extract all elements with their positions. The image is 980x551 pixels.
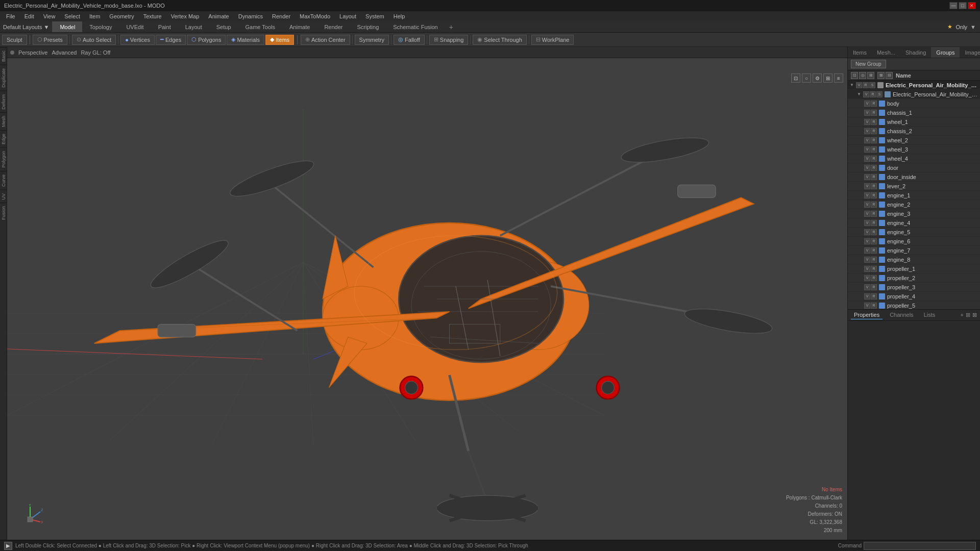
vis-v-engine_2[interactable]: V bbox=[864, 202, 870, 208]
vis-r-propeller_3[interactable]: R bbox=[871, 284, 877, 290]
canvas-area[interactable]: No Items Polygons : Catmull-Clark Channe… bbox=[7, 58, 847, 540]
col-icon-5[interactable]: ⊟ bbox=[886, 72, 893, 79]
presets-button[interactable]: ⬡ Presets bbox=[33, 35, 67, 45]
command-input[interactable] bbox=[864, 542, 976, 550]
menu-view[interactable]: View bbox=[39, 12, 60, 20]
menu-edit[interactable]: Edit bbox=[20, 12, 38, 20]
vis-v-door[interactable]: V bbox=[864, 165, 870, 171]
list-item[interactable]: V R engine_5 bbox=[848, 228, 980, 237]
group-arrow-inner[interactable]: ▼ bbox=[857, 92, 863, 96]
list-item[interactable]: V R engine_6 bbox=[848, 237, 980, 246]
rp-tab-items[interactable]: Items bbox=[848, 47, 872, 58]
rp-tab-mesh[interactable]: Mesh... bbox=[872, 47, 900, 58]
list-item[interactable]: V R engine_1 bbox=[848, 191, 980, 200]
tab-game-tools[interactable]: Game Tools bbox=[238, 21, 283, 32]
list-item[interactable]: V R engine_4 bbox=[848, 218, 980, 228]
auto-select-button[interactable]: ⊙ Auto Select bbox=[72, 35, 116, 45]
select-through-button[interactable]: ◉ Select Through bbox=[473, 35, 526, 45]
vis-v-engine_6[interactable]: V bbox=[864, 238, 870, 244]
vis-r-propeller_5[interactable]: R bbox=[871, 303, 877, 309]
list-item[interactable]: V R chassis_2 bbox=[848, 127, 980, 136]
minimize-button[interactable]: — bbox=[949, 2, 958, 9]
list-item[interactable]: V R propeller_4 bbox=[848, 292, 980, 301]
advanced-label[interactable]: Advanced bbox=[52, 49, 77, 56]
vis-r-engine_8[interactable]: R bbox=[871, 257, 877, 263]
vis-btn-v[interactable]: V bbox=[856, 82, 862, 88]
col-icon-4[interactable]: ⊠ bbox=[877, 72, 885, 79]
tab-schematic-fusion[interactable]: Schematic Fusion bbox=[386, 21, 445, 32]
sculpt-button[interactable]: Sculpt bbox=[2, 35, 27, 45]
vis-v-propeller_5[interactable]: V bbox=[864, 303, 870, 309]
menu-dynamics[interactable]: Dynamics bbox=[234, 12, 267, 20]
rp-tab-groups[interactable]: Groups bbox=[931, 47, 960, 58]
vis-v-engine_5[interactable]: V bbox=[864, 229, 870, 235]
vis-r-wheel_4[interactable]: R bbox=[871, 156, 877, 162]
tab-paint[interactable]: Paint bbox=[151, 21, 178, 32]
menu-vertex-map[interactable]: Vertex Map bbox=[167, 12, 204, 20]
vis-v-propeller_4[interactable]: V bbox=[864, 293, 870, 299]
vis-v-engine_7[interactable]: V bbox=[864, 247, 870, 254]
vis-r-door[interactable]: R bbox=[871, 165, 877, 171]
viewport[interactable]: Perspective Advanced Ray GL: Off bbox=[7, 47, 847, 540]
list-item[interactable]: V R door_inside bbox=[848, 172, 980, 182]
vis-r-chassis_1[interactable]: R bbox=[871, 110, 877, 116]
vis-r-door_inside[interactable]: R bbox=[871, 174, 877, 180]
workplane-button[interactable]: ⊟ WorkPlane bbox=[531, 35, 574, 45]
vis-v-engine_8[interactable]: V bbox=[864, 257, 870, 263]
dropdown-arrow[interactable]: ▼ bbox=[970, 24, 976, 30]
vis-v-propeller_1[interactable]: V bbox=[864, 266, 870, 272]
vp-settings-button[interactable]: ⚙ bbox=[813, 73, 822, 83]
vis-r-engine_6[interactable]: R bbox=[871, 238, 877, 244]
tab-animate[interactable]: Animate bbox=[282, 21, 317, 32]
snapping-button[interactable]: ⊞ Snapping bbox=[429, 35, 469, 45]
sidebar-tab-uv[interactable]: UV bbox=[0, 190, 7, 203]
materials-button[interactable]: ◈ Materials bbox=[227, 35, 264, 45]
vis-r-propeller_2[interactable]: R bbox=[871, 275, 877, 281]
list-item[interactable]: V R propeller_2 bbox=[848, 273, 980, 283]
list-item[interactable]: V R engine_7 bbox=[848, 246, 980, 255]
vis-v-propeller_3[interactable]: V bbox=[864, 284, 870, 290]
vis-v-engine_1[interactable]: V bbox=[864, 192, 870, 198]
menu-help[interactable]: Help bbox=[389, 12, 409, 20]
vis-r-propeller_4[interactable]: R bbox=[871, 293, 877, 299]
raygl-label[interactable]: Ray GL: Off bbox=[81, 49, 110, 56]
vis-r[interactable]: R bbox=[870, 91, 876, 97]
vis-r-chassis_2[interactable]: R bbox=[871, 128, 877, 134]
close-button[interactable]: ✕ bbox=[968, 2, 976, 9]
list-item[interactable]: V R chassis_1 bbox=[848, 108, 980, 117]
vis-v-lever_2[interactable]: V bbox=[864, 183, 870, 189]
sidebar-tab-mesh[interactable]: Mesh bbox=[0, 112, 7, 130]
vis-r-propeller_1[interactable]: R bbox=[871, 266, 877, 272]
list-item[interactable]: V R engine_2 bbox=[848, 200, 980, 209]
tab-setup[interactable]: Setup bbox=[209, 21, 238, 32]
default-layouts-button[interactable]: Default Layouts ▼ bbox=[3, 24, 49, 30]
list-item[interactable]: V R door bbox=[848, 163, 980, 172]
vis-v-chassis_2[interactable]: V bbox=[864, 128, 870, 134]
rp-bottom-channels[interactable]: Channels bbox=[887, 311, 916, 319]
tab-model[interactable]: Model bbox=[53, 21, 82, 32]
polygons-button[interactable]: ⬡ Polygons bbox=[187, 35, 226, 45]
menu-select[interactable]: Select bbox=[60, 12, 84, 20]
menu-layout[interactable]: Layout bbox=[335, 12, 360, 20]
tab-layout[interactable]: Layout bbox=[178, 21, 209, 32]
sidebar-tab-deform[interactable]: Deform bbox=[0, 91, 7, 113]
tab-topology[interactable]: Topology bbox=[82, 21, 119, 32]
vis-r-body[interactable]: R bbox=[871, 101, 877, 107]
action-center-button[interactable]: ⊕ Action Center bbox=[301, 35, 350, 45]
vis-r-wheel_2[interactable]: R bbox=[871, 137, 877, 143]
vis-r-lever_2[interactable]: R bbox=[871, 183, 877, 189]
sidebar-tab-fusion[interactable]: Fusion bbox=[0, 203, 7, 223]
vis-r-wheel_3[interactable]: R bbox=[871, 146, 877, 153]
vp-more-button[interactable]: ≡ bbox=[834, 73, 843, 83]
sidebar-tab-edge[interactable]: Edge bbox=[0, 130, 7, 147]
tab-render[interactable]: Render bbox=[317, 21, 350, 32]
col-icon-1[interactable]: ⊡ bbox=[851, 72, 858, 79]
sidebar-tab-curve[interactable]: Curve bbox=[0, 171, 7, 190]
menu-file[interactable]: File bbox=[2, 12, 19, 20]
list-item[interactable]: V R wheel_3 bbox=[848, 145, 980, 154]
sidebar-tab-polygon[interactable]: Polygon bbox=[0, 147, 7, 171]
vis-r-engine_4[interactable]: R bbox=[871, 220, 877, 226]
menu-animate[interactable]: Animate bbox=[204, 12, 233, 20]
sidebar-tab-basic[interactable]: Basic bbox=[0, 47, 7, 65]
falloff-button[interactable]: ◎ Falloff bbox=[394, 35, 425, 45]
